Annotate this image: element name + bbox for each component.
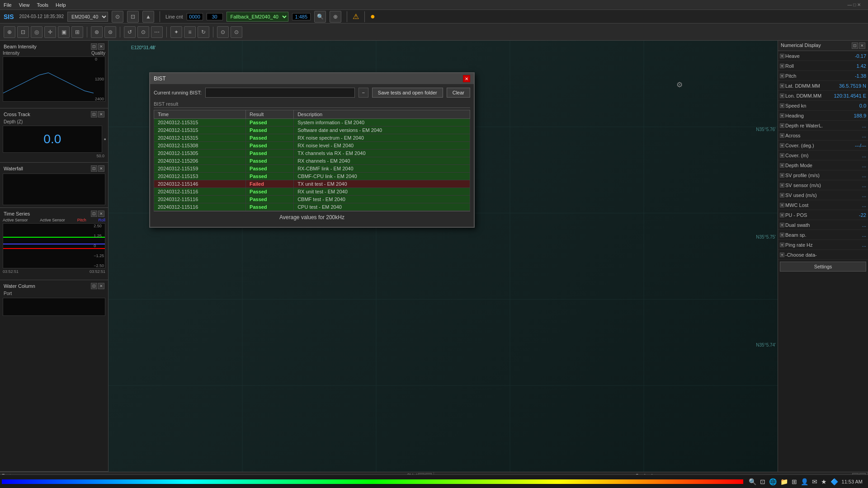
numerical-dropdown-btn[interactable]: ▼ [780, 223, 784, 227]
tool-4[interactable]: ✛ [44, 26, 56, 38]
menu-view[interactable]: View [19, 2, 30, 8]
numerical-dropdown-btn[interactable]: ▼ [780, 103, 784, 108]
settings-button[interactable]: Settings [780, 262, 866, 272]
bist-description-cell: CBMF-CPU link - EM 2040 [294, 173, 470, 180]
waterfall-close[interactable]: ✕ [98, 165, 104, 172]
task-folder[interactable]: 📁 [780, 478, 788, 485]
em-model-selector[interactable]: EM2040_40 [67, 12, 108, 22]
tool-10[interactable]: ⊙ [137, 26, 149, 38]
bist-description-cell: Software date and versions - EM 2040 [294, 127, 470, 134]
search-icon-btn[interactable]: 🔍 [314, 11, 326, 23]
task-star[interactable]: ★ [821, 478, 827, 485]
beam-intensity-expand[interactable]: ⊡ [91, 43, 97, 50]
numerical-dropdown-btn[interactable]: ▼ [780, 163, 784, 168]
task-search[interactable]: 🔍 [749, 478, 756, 485]
task-mail[interactable]: ✉ [812, 478, 817, 485]
up-btn[interactable]: ▲ [142, 11, 154, 23]
time-series-close[interactable]: ✕ [98, 211, 104, 217]
save-tests-btn[interactable]: Save tests and open folder [372, 88, 443, 98]
numerical-dropdown-btn[interactable]: ▼ [780, 253, 784, 257]
record-btn[interactable]: ⊙ [112, 11, 123, 23]
line-cnt-val2: 30 [207, 13, 223, 20]
quality-label: Quality [91, 51, 105, 56]
numerical-label: ▼PU - POS [780, 212, 807, 218]
water-column-title: Water Column [4, 283, 35, 289]
cross-track-panel: Cross Track ⊡ ✕ Depth (Z) 0.0 ● 50.0 [0, 108, 108, 163]
water-column-expand[interactable]: ⊡ [91, 283, 97, 289]
menu-tools[interactable]: Tools [37, 2, 48, 8]
tool-9[interactable]: ↺ [124, 26, 136, 38]
bist-description-cell: RX noise level - EM 2040 [294, 142, 470, 150]
task-user[interactable]: 👤 [801, 478, 808, 485]
fallback-selector[interactable]: Fallback_EM2040_40 [226, 12, 288, 22]
task-browser[interactable]: 🌐 [769, 478, 777, 485]
numerical-dropdown-btn[interactable]: ▼ [780, 193, 784, 197]
tool-7[interactable]: ⊛ [91, 26, 103, 38]
tool-1[interactable]: ⊕ [4, 26, 15, 38]
time-series-expand[interactable]: ⊡ [91, 211, 97, 217]
datetime-label: 2024-03-12 18:35:392 [19, 14, 64, 19]
tool-12[interactable]: ✦ [170, 26, 182, 38]
numerical-label: ▼Pitch [780, 73, 796, 79]
water-column-close[interactable]: ✕ [98, 283, 104, 289]
beam-intensity-close[interactable]: ✕ [98, 43, 104, 50]
tool-3[interactable]: ◎ [31, 26, 42, 38]
numerical-dropdown-btn[interactable]: ▼ [780, 94, 784, 98]
water-column-chart [3, 298, 105, 316]
bist-close-button[interactable]: ✕ [463, 75, 470, 82]
numerical-dropdown-btn[interactable]: ▼ [780, 123, 784, 128]
numerical-dropdown-btn[interactable]: ▼ [780, 243, 784, 247]
waterfall-expand[interactable]: ⊡ [91, 165, 97, 172]
task-app[interactable]: 🔷 [830, 478, 838, 485]
numerical-dropdown-btn[interactable]: ▼ [780, 74, 784, 78]
numerical-dropdown-btn[interactable]: ▼ [780, 143, 784, 148]
center-settings-icon[interactable]: ⚙ [676, 80, 683, 89]
clear-btn[interactable]: Clear [447, 88, 470, 98]
tool-13[interactable]: ≡ [184, 26, 196, 38]
numerical-dropdown-btn[interactable]: ▼ [780, 173, 784, 178]
menu-help[interactable]: Help [56, 2, 66, 8]
ts-pitch-label: Pitch [77, 218, 86, 222]
avg-row: Average values for 200kHz [154, 211, 470, 223]
tool-6[interactable]: ⊞ [71, 26, 83, 38]
bist-result-cell: Passed [246, 203, 294, 211]
numerical-dropdown-btn[interactable]: ▼ [780, 133, 784, 138]
stop-btn[interactable]: ⊡ [127, 11, 139, 23]
menu-file[interactable]: File [4, 2, 12, 8]
bist-title: BIST [154, 75, 166, 82]
bist-description-cell: System information - EM 2040 [294, 119, 470, 127]
numerical-expand[interactable]: ⊡ [852, 42, 858, 49]
tool-15[interactable]: ⊙ [217, 26, 229, 38]
task-window[interactable]: ⊡ [760, 478, 765, 485]
tool-2[interactable]: ⊡ [17, 26, 29, 38]
numerical-dropdown-btn[interactable]: ▼ [780, 84, 784, 88]
bist-minimize-btn[interactable]: − [359, 88, 368, 98]
tool-8[interactable]: ⊜ [104, 26, 116, 38]
zoom-in-btn[interactable]: ⊕ [330, 11, 341, 23]
current-bist-input[interactable] [205, 88, 355, 98]
numerical-dropdown-btn[interactable]: ▼ [780, 183, 784, 188]
tool-11[interactable]: ⋯ [151, 26, 163, 38]
tool-14[interactable]: ↻ [198, 26, 209, 38]
numerical-dropdown-btn[interactable]: ▼ [780, 64, 784, 68]
numerical-dropdown-btn[interactable]: ▼ [780, 233, 784, 237]
numerical-close[interactable]: ✕ [859, 42, 865, 49]
cross-track-expand[interactable]: ⊡ [91, 111, 97, 117]
bist-time-cell: 20240312-115153 [154, 173, 246, 180]
task-grid[interactable]: ⊞ [792, 478, 797, 485]
numerical-dropdown-btn[interactable]: ▼ [780, 113, 784, 118]
line-cnt-label: Line cnt [165, 14, 183, 19]
bist-table-row: 20240312-115315PassedSystem information … [154, 119, 470, 127]
tool-5[interactable]: ▣ [58, 26, 70, 38]
cross-track-close[interactable]: ✕ [98, 111, 104, 117]
depth-value: 0.0 [3, 126, 102, 153]
tool-16[interactable]: ⊙ [231, 26, 242, 38]
numerical-dropdown-btn[interactable]: ▼ [780, 153, 784, 158]
numerical-row: ▼Lon. DDMM.MM120:31.4541 E [778, 91, 868, 101]
numerical-row: ▼Lat. DDMM.MM36.5.7519 N [778, 81, 868, 91]
numerical-value: 188.9 [854, 113, 866, 118]
time-series-panel: Time Series ⊡ ✕ Active Sensor Active Sen… [0, 208, 108, 280]
numerical-dropdown-btn[interactable]: ▼ [780, 54, 784, 58]
numerical-dropdown-btn[interactable]: ▼ [780, 203, 784, 207]
numerical-dropdown-btn[interactable]: ▼ [780, 213, 784, 217]
